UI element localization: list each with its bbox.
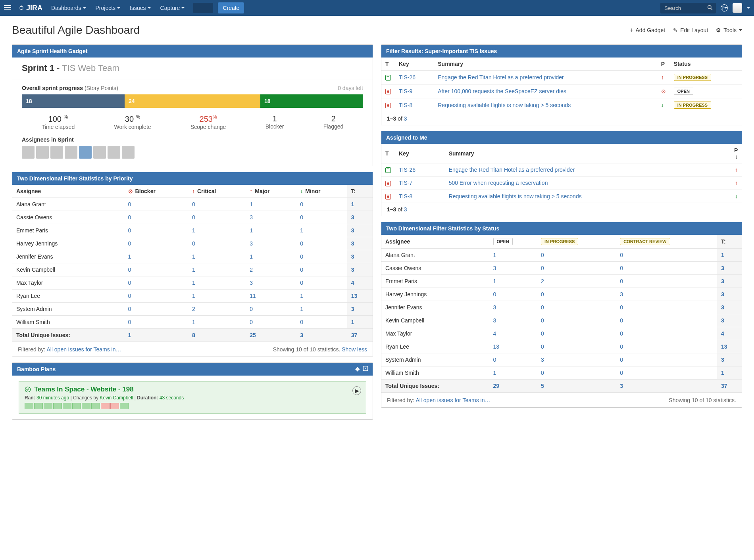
build-bar[interactable] <box>53 403 62 409</box>
total-cell[interactable]: 3 <box>717 288 742 301</box>
hamburger-icon[interactable] <box>4 4 13 12</box>
count-link[interactable]: 0 <box>620 317 623 324</box>
avatar[interactable] <box>79 146 92 159</box>
count-link[interactable]: 0 <box>128 201 131 207</box>
count-link[interactable]: 3 <box>250 214 253 221</box>
total-cell[interactable]: 13 <box>347 289 373 302</box>
issue-summary-link[interactable]: 500 Error when requesting a reservation <box>449 180 548 186</box>
total-cell[interactable]: 1 <box>347 315 373 328</box>
count-link[interactable]: 1 <box>493 252 496 258</box>
count-link[interactable]: 0 <box>128 319 131 325</box>
build-bar[interactable] <box>120 403 129 409</box>
count-link[interactable]: 0 <box>250 319 253 325</box>
avatar[interactable] <box>36 146 49 159</box>
count-link[interactable]: 1 <box>192 319 195 325</box>
col-open[interactable]: OPEN <box>489 235 537 249</box>
count-link[interactable]: 3 <box>250 240 253 247</box>
total-cell[interactable]: 3 <box>717 301 742 314</box>
count-link[interactable]: 0 <box>620 343 623 350</box>
total-cell[interactable]: 3 <box>347 211 373 224</box>
help-icon[interactable]: ? <box>721 4 728 12</box>
count-link[interactable]: 0 <box>250 306 253 312</box>
count-link[interactable]: 2 <box>541 278 544 284</box>
build-bar[interactable] <box>110 403 119 409</box>
count-link[interactable]: 1 <box>192 293 195 299</box>
count-link[interactable]: 0 <box>541 304 544 311</box>
count-link[interactable]: 11 <box>250 293 256 299</box>
count-link[interactable]: 0 <box>541 317 544 324</box>
count-link[interactable]: 0 <box>541 370 544 376</box>
col-total[interactable]: T: <box>347 185 373 198</box>
filter-link[interactable]: All open issues for Teams in… <box>415 397 490 403</box>
count-link[interactable]: 3 <box>620 291 623 297</box>
col-inprogress[interactable]: IN PROGRESS <box>537 235 616 249</box>
col-priority[interactable]: P <box>657 58 670 71</box>
count-link[interactable]: 0 <box>300 240 303 247</box>
issue-summary-link[interactable]: Requesting avaliable flights is now taki… <box>449 193 582 199</box>
count-link[interactable]: 1 <box>192 253 195 260</box>
total-cell[interactable]: 3 <box>347 224 373 237</box>
count-link[interactable]: 1 <box>192 227 195 234</box>
show-less-link[interactable]: Show less <box>342 346 367 353</box>
filter-link[interactable]: All open issues for Teams in… <box>46 346 121 353</box>
build-bar[interactable] <box>44 403 52 409</box>
col-total[interactable]: T: <box>717 235 742 249</box>
col-key[interactable]: Key <box>395 58 434 71</box>
play-button[interactable]: ▶ <box>352 386 361 395</box>
col-priority[interactable]: P ↓ <box>730 144 742 163</box>
build-bar[interactable] <box>63 403 71 409</box>
count-link[interactable]: 0 <box>300 319 303 325</box>
total-cell[interactable]: 3 <box>347 237 373 250</box>
move-icon[interactable]: ✥ <box>355 366 360 372</box>
count-link[interactable]: 0 <box>300 280 303 286</box>
issue-key-link[interactable]: TIS-8 <box>399 102 412 108</box>
count-link[interactable]: 0 <box>541 291 544 297</box>
count-link[interactable]: 8 <box>192 332 195 338</box>
jira-logo[interactable]: JIRA <box>18 4 42 12</box>
build-bar[interactable] <box>82 403 90 409</box>
count-link[interactable]: 0 <box>300 253 303 260</box>
count-link[interactable]: 0 <box>128 227 131 234</box>
count-link[interactable]: 0 <box>620 330 623 337</box>
col-status[interactable]: Status <box>670 58 742 71</box>
col-major[interactable]: ↑Major <box>246 185 296 198</box>
count-link[interactable]: 2 <box>250 267 253 273</box>
count-link[interactable]: 0 <box>128 214 131 221</box>
nav-capture[interactable]: Capture <box>156 0 189 16</box>
count-link[interactable]: 1 <box>250 253 253 260</box>
nav-dashboards[interactable]: Dashboards <box>47 0 90 16</box>
dropdown-icon[interactable] <box>363 366 368 371</box>
edit-layout-button[interactable]: ✎Edit Layout <box>673 27 708 34</box>
build-bar[interactable] <box>34 403 43 409</box>
count-link[interactable]: 0 <box>541 330 544 337</box>
count-link[interactable]: 25 <box>250 332 256 338</box>
total-cell[interactable]: 4 <box>717 327 742 340</box>
total-cell[interactable]: 13 <box>717 340 742 353</box>
avatar[interactable] <box>22 146 35 159</box>
issue-key-link[interactable]: TIS-8 <box>399 193 412 199</box>
issue-summary-link[interactable]: Engage the Red Titan Hotel as a preferre… <box>438 74 564 81</box>
issue-key-link[interactable]: TIS-26 <box>399 74 415 81</box>
issue-key-link[interactable]: TIS-26 <box>399 167 415 173</box>
avatar[interactable] <box>108 146 120 159</box>
count-link[interactable]: 1 <box>250 201 253 207</box>
build-bar[interactable] <box>25 403 33 409</box>
issue-summary-link[interactable]: After 100,000 requests the SeeSpaceEZ se… <box>438 88 566 94</box>
col-assignee[interactable]: Assignee <box>12 185 124 198</box>
build-bar[interactable] <box>91 403 100 409</box>
total-cell[interactable]: 4 <box>347 276 373 289</box>
build-bar[interactable] <box>72 403 81 409</box>
total-cell[interactable]: 1 <box>347 198 373 211</box>
total-cell[interactable]: 1 <box>717 366 742 379</box>
count-link[interactable]: 4 <box>493 330 496 337</box>
total-cell[interactable]: 3 <box>717 261 742 274</box>
total-cell[interactable]: 3 <box>717 274 742 288</box>
count-link[interactable]: 0 <box>128 267 131 273</box>
count-link[interactable]: 3 <box>493 265 496 271</box>
count-link[interactable]: 0 <box>128 240 131 247</box>
count-link[interactable]: 1 <box>250 227 253 234</box>
count-link[interactable]: 0 <box>300 214 303 221</box>
col-type[interactable]: T <box>381 58 395 71</box>
count-link[interactable]: 1 <box>128 332 131 338</box>
total-cell[interactable]: 3 <box>347 302 373 315</box>
